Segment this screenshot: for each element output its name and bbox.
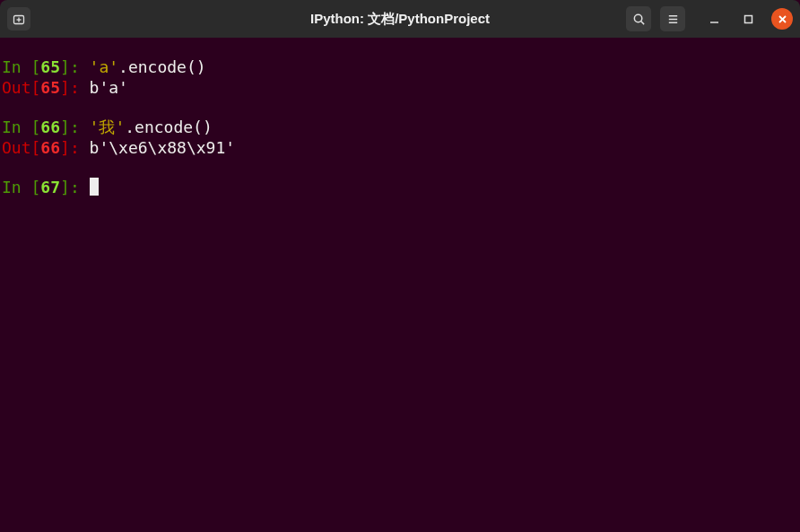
in-suffix: ]: [60, 57, 90, 76]
new-tab-button[interactable] [7, 7, 30, 31]
out-suffix: ]: [60, 138, 90, 157]
string-literal: '我' [90, 118, 126, 136]
out-number: 66 [40, 138, 60, 157]
in-number: 67 [40, 178, 60, 196]
input-line: In [65]: 'a'.encode() [2, 57, 798, 78]
output-text: b'\xe6\x88\x91' [90, 138, 236, 157]
cell-block: In [66]: '我'.encode() Out[66]: b'\xe6\x8… [2, 118, 798, 158]
titlebar-right [626, 6, 793, 31]
in-suffix: ]: [60, 178, 90, 196]
prompt-line[interactable]: In [67]: [2, 178, 798, 198]
svg-rect-9 [744, 15, 752, 22]
in-suffix: ]: [60, 118, 90, 136]
minimize-icon [709, 14, 719, 24]
string-literal: 'a' [90, 57, 119, 76]
output-line: Out[66]: b'\xe6\x88\x91' [2, 138, 798, 159]
window-controls [703, 8, 793, 30]
code-rest: .encode() [125, 118, 213, 136]
maximize-icon [743, 14, 753, 24]
search-button[interactable] [626, 6, 651, 31]
close-button[interactable] [771, 8, 793, 30]
terminal-content[interactable]: In [65]: 'a'.encode() Out[65]: b'a' In [… [0, 38, 800, 198]
new-tab-icon [12, 12, 26, 26]
svg-point-3 [634, 14, 641, 22]
in-label: In [ [2, 178, 40, 196]
cell-block: In [65]: 'a'.encode() Out[65]: b'a' [2, 57, 798, 98]
search-icon [632, 13, 646, 26]
cursor [90, 178, 99, 196]
out-label: Out[ [2, 78, 40, 97]
window-title: IPython: 文档/PythonProject [310, 11, 490, 28]
titlebar-left [7, 7, 30, 31]
in-number: 66 [40, 118, 60, 136]
close-icon [778, 14, 787, 24]
hamburger-icon [666, 13, 680, 26]
menu-button[interactable] [660, 6, 685, 31]
minimize-button[interactable] [703, 8, 725, 30]
svg-line-4 [640, 21, 643, 23]
in-number: 65 [40, 57, 60, 76]
out-suffix: ]: [60, 78, 90, 97]
in-label: In [ [2, 57, 40, 76]
in-label: In [ [2, 118, 40, 136]
out-number: 65 [40, 78, 60, 97]
maximize-button[interactable] [737, 8, 759, 30]
output-line: Out[65]: b'a' [2, 78, 798, 99]
out-label: Out[ [2, 138, 40, 157]
output-text: b'a' [90, 78, 128, 97]
window-titlebar: IPython: 文档/PythonProject [0, 0, 800, 38]
input-line: In [66]: '我'.encode() [2, 118, 798, 138]
code-rest: .encode() [118, 57, 206, 76]
